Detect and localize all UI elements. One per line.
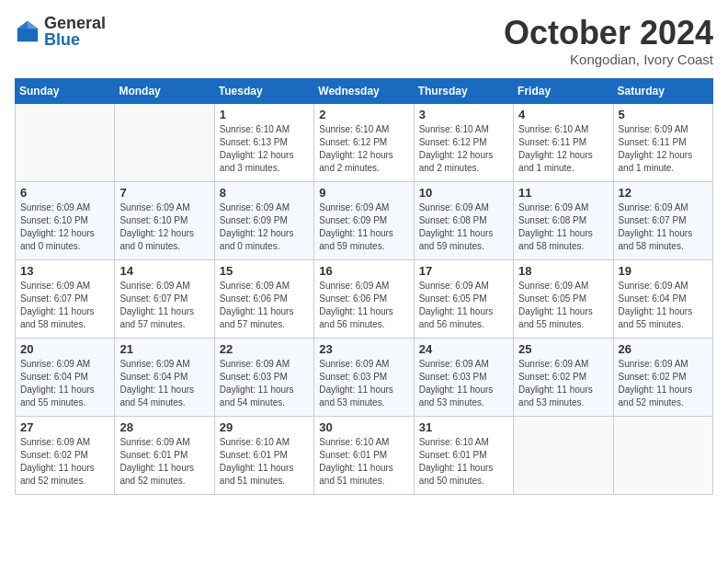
- day-number: 3: [419, 108, 508, 121]
- day-info: Sunrise: 6:09 AM Sunset: 6:02 PM Dayligh…: [619, 358, 708, 409]
- calendar-cell: 5Sunrise: 6:09 AM Sunset: 6:11 PM Daylig…: [613, 103, 712, 181]
- calendar-cell: 24Sunrise: 6:09 AM Sunset: 6:03 PM Dayli…: [414, 338, 513, 416]
- day-info: Sunrise: 6:09 AM Sunset: 6:09 PM Dayligh…: [319, 201, 408, 253]
- day-number: 10: [419, 186, 508, 200]
- day-info: Sunrise: 6:09 AM Sunset: 6:07 PM Dayligh…: [619, 201, 708, 253]
- calendar-cell: 2Sunrise: 6:10 AM Sunset: 6:12 PM Daylig…: [314, 103, 414, 181]
- day-info: Sunrise: 6:09 AM Sunset: 6:04 PM Dayligh…: [20, 358, 109, 409]
- day-info: Sunrise: 6:09 AM Sunset: 6:03 PM Dayligh…: [419, 358, 508, 409]
- day-info: Sunrise: 6:09 AM Sunset: 6:05 PM Dayligh…: [518, 280, 608, 331]
- day-info: Sunrise: 6:09 AM Sunset: 6:05 PM Dayligh…: [419, 280, 508, 331]
- day-info: Sunrise: 6:10 AM Sunset: 6:11 PM Dayligh…: [518, 123, 608, 175]
- calendar-cell: [514, 416, 613, 494]
- day-number: 27: [20, 420, 109, 434]
- month-title: October 2024: [504, 15, 713, 52]
- logo-general: General: [44, 15, 106, 31]
- day-info: Sunrise: 6:10 AM Sunset: 6:12 PM Dayligh…: [419, 123, 508, 175]
- calendar-cell: 12Sunrise: 6:09 AM Sunset: 6:07 PM Dayli…: [613, 181, 712, 259]
- week-row-5: 27Sunrise: 6:09 AM Sunset: 6:02 PM Dayli…: [16, 416, 713, 494]
- calendar-cell: 13Sunrise: 6:09 AM Sunset: 6:07 PM Dayli…: [16, 259, 115, 338]
- day-info: Sunrise: 6:09 AM Sunset: 6:02 PM Dayligh…: [20, 436, 109, 488]
- day-number: 26: [619, 342, 708, 356]
- day-number: 23: [319, 342, 408, 356]
- calendar-cell: 10Sunrise: 6:09 AM Sunset: 6:08 PM Dayli…: [414, 181, 513, 259]
- day-info: Sunrise: 6:09 AM Sunset: 6:02 PM Dayligh…: [518, 358, 608, 409]
- calendar-cell: 4Sunrise: 6:10 AM Sunset: 6:11 PM Daylig…: [514, 103, 613, 181]
- calendar-cell: 1Sunrise: 6:10 AM Sunset: 6:13 PM Daylig…: [214, 103, 313, 181]
- day-info: Sunrise: 6:09 AM Sunset: 6:07 PM Dayligh…: [20, 280, 109, 331]
- logo: General Blue: [15, 15, 106, 48]
- logo-icon: [15, 18, 40, 44]
- day-number: 28: [119, 420, 209, 434]
- calendar-cell: 27Sunrise: 6:09 AM Sunset: 6:02 PM Dayli…: [16, 416, 115, 494]
- day-info: Sunrise: 6:10 AM Sunset: 6:01 PM Dayligh…: [220, 436, 309, 488]
- week-row-2: 6Sunrise: 6:09 AM Sunset: 6:10 PM Daylig…: [16, 181, 713, 259]
- day-info: Sunrise: 6:10 AM Sunset: 6:12 PM Dayligh…: [319, 123, 408, 175]
- day-info: Sunrise: 6:09 AM Sunset: 6:09 PM Dayligh…: [220, 201, 309, 253]
- day-info: Sunrise: 6:09 AM Sunset: 6:06 PM Dayligh…: [319, 280, 408, 331]
- calendar-header: SundayMondayTuesdayWednesdayThursdayFrid…: [16, 78, 713, 103]
- day-info: Sunrise: 6:09 AM Sunset: 6:03 PM Dayligh…: [220, 358, 309, 409]
- day-info: Sunrise: 6:10 AM Sunset: 6:01 PM Dayligh…: [419, 436, 508, 488]
- calendar-cell: 23Sunrise: 6:09 AM Sunset: 6:03 PM Dayli…: [314, 338, 414, 416]
- calendar-cell: 25Sunrise: 6:09 AM Sunset: 6:02 PM Dayli…: [514, 338, 613, 416]
- day-number: 15: [220, 264, 309, 278]
- calendar-cell: 11Sunrise: 6:09 AM Sunset: 6:08 PM Dayli…: [514, 181, 613, 259]
- calendar-cell: 7Sunrise: 6:09 AM Sunset: 6:10 PM Daylig…: [115, 181, 214, 259]
- day-number: 4: [518, 108, 608, 121]
- calendar-cell: [16, 103, 115, 181]
- calendar-cell: 19Sunrise: 6:09 AM Sunset: 6:04 PM Dayli…: [613, 259, 712, 338]
- weekday-thursday: Thursday: [414, 78, 513, 103]
- weekday-wednesday: Wednesday: [314, 78, 414, 103]
- day-number: 24: [419, 342, 508, 356]
- week-row-1: 1Sunrise: 6:10 AM Sunset: 6:13 PM Daylig…: [16, 103, 713, 181]
- day-number: 2: [319, 108, 408, 121]
- day-info: Sunrise: 6:09 AM Sunset: 6:06 PM Dayligh…: [220, 280, 309, 331]
- day-info: Sunrise: 6:10 AM Sunset: 6:01 PM Dayligh…: [319, 436, 408, 488]
- day-number: 22: [220, 342, 309, 356]
- day-number: 25: [518, 342, 608, 356]
- weekday-tuesday: Tuesday: [214, 78, 313, 103]
- day-number: 20: [20, 342, 109, 356]
- title-block: October 2024 Kongodian, Ivory Coast: [504, 15, 713, 67]
- calendar-cell: [613, 416, 712, 494]
- day-number: 6: [20, 186, 109, 200]
- svg-marker-2: [17, 21, 28, 29]
- day-number: 11: [518, 186, 608, 200]
- calendar-cell: 30Sunrise: 6:10 AM Sunset: 6:01 PM Dayli…: [314, 416, 414, 494]
- day-info: Sunrise: 6:10 AM Sunset: 6:13 PM Dayligh…: [220, 123, 309, 175]
- calendar-cell: 26Sunrise: 6:09 AM Sunset: 6:02 PM Dayli…: [613, 338, 712, 416]
- day-number: 12: [619, 186, 708, 200]
- day-number: 7: [119, 186, 209, 200]
- day-info: Sunrise: 6:09 AM Sunset: 6:08 PM Dayligh…: [518, 201, 608, 253]
- calendar-cell: 18Sunrise: 6:09 AM Sunset: 6:05 PM Dayli…: [514, 259, 613, 338]
- day-number: 1: [220, 108, 309, 121]
- week-row-4: 20Sunrise: 6:09 AM Sunset: 6:04 PM Dayli…: [16, 338, 713, 416]
- calendar-table: SundayMondayTuesdayWednesdayThursdayFrid…: [15, 78, 713, 495]
- day-number: 9: [319, 186, 408, 200]
- weekday-saturday: Saturday: [613, 78, 712, 103]
- calendar-cell: 9Sunrise: 6:09 AM Sunset: 6:09 PM Daylig…: [314, 181, 414, 259]
- calendar-cell: 15Sunrise: 6:09 AM Sunset: 6:06 PM Dayli…: [214, 259, 313, 338]
- day-number: 31: [419, 420, 508, 434]
- weekday-monday: Monday: [115, 78, 214, 103]
- calendar-body: 1Sunrise: 6:10 AM Sunset: 6:13 PM Daylig…: [16, 103, 713, 494]
- day-info: Sunrise: 6:09 AM Sunset: 6:07 PM Dayligh…: [119, 280, 209, 331]
- page-header: General Blue October 2024 Kongodian, Ivo…: [15, 15, 713, 67]
- day-number: 17: [419, 264, 508, 278]
- day-info: Sunrise: 6:09 AM Sunset: 6:01 PM Dayligh…: [119, 436, 209, 488]
- calendar-cell: 22Sunrise: 6:09 AM Sunset: 6:03 PM Dayli…: [214, 338, 313, 416]
- week-row-3: 13Sunrise: 6:09 AM Sunset: 6:07 PM Dayli…: [16, 259, 713, 338]
- calendar-cell: 17Sunrise: 6:09 AM Sunset: 6:05 PM Dayli…: [414, 259, 513, 338]
- calendar-cell: 31Sunrise: 6:10 AM Sunset: 6:01 PM Dayli…: [414, 416, 513, 494]
- day-number: 18: [518, 264, 608, 278]
- calendar-cell: 8Sunrise: 6:09 AM Sunset: 6:09 PM Daylig…: [214, 181, 313, 259]
- calendar-cell: [115, 103, 214, 181]
- weekday-sunday: Sunday: [16, 78, 115, 103]
- day-info: Sunrise: 6:09 AM Sunset: 6:04 PM Dayligh…: [119, 358, 209, 409]
- calendar-cell: 28Sunrise: 6:09 AM Sunset: 6:01 PM Dayli…: [115, 416, 214, 494]
- day-info: Sunrise: 6:09 AM Sunset: 6:11 PM Dayligh…: [619, 123, 708, 175]
- day-number: 29: [220, 420, 309, 434]
- day-number: 8: [220, 186, 309, 200]
- calendar-cell: 29Sunrise: 6:10 AM Sunset: 6:01 PM Dayli…: [214, 416, 313, 494]
